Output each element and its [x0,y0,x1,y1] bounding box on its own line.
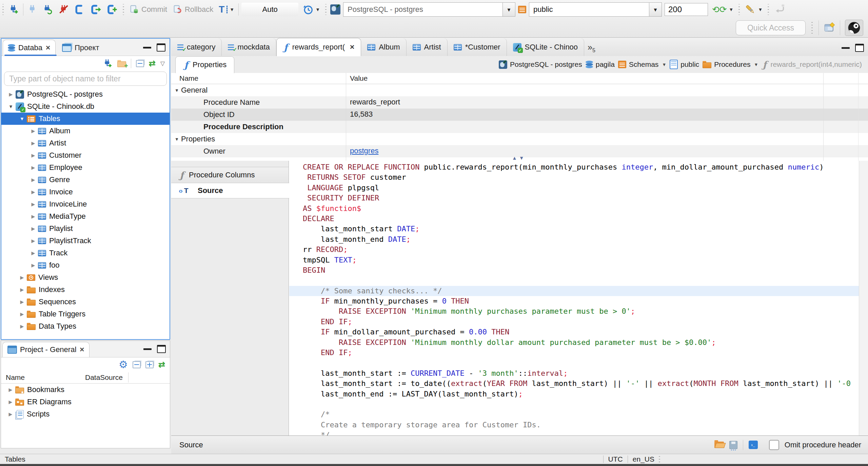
tree-expander-icon[interactable]: ▶ [17,324,27,329]
tree-expander-icon[interactable]: ▶ [28,214,38,219]
expand-all-icon[interactable] [145,361,154,368]
new-connection-icon[interactable] [103,59,113,68]
tab-projects[interactable]: Проект [57,40,104,56]
tree-expander-icon[interactable]: ▶ [28,165,38,170]
property-row-procedure-name[interactable]: Procedure Namerewards_report [171,96,868,109]
tree-item-tables[interactable]: ▼Tables [1,113,170,125]
editor-tab-mockdata[interactable]: mockdata [222,38,276,56]
column-datasource[interactable]: DataSource [85,373,123,382]
tree-item-postgresql-postgres[interactable]: ▶PostgreSQL - postgres [1,88,170,100]
tree-item-genre[interactable]: ▶Genre [1,174,170,186]
schema-selector[interactable]: public ▼ [529,2,662,17]
view-menu-icon[interactable]: ▽ [160,60,165,67]
link-with-editor-icon[interactable]: ⇄ [149,59,156,67]
magic-wand-button[interactable]: ▼ [744,3,764,16]
quick-access-input[interactable] [736,20,806,35]
dbeaver-perspective-button[interactable] [845,20,863,36]
tree-item-album[interactable]: ▶Album [1,125,170,137]
editor-tab-category[interactable]: category [171,38,222,56]
maximize-icon[interactable] [855,44,864,52]
editor-tab-album[interactable]: Album [361,38,406,56]
tree-item-indexes[interactable]: ▶Indexes [1,284,170,296]
auto-commit-mode-button[interactable]: Auto [241,3,298,16]
tab-properties[interactable]: ƒ Properties [175,56,234,73]
open-file-icon[interactable] [714,442,724,448]
new-connection-button[interactable] [7,4,20,15]
tree-expander-icon[interactable]: ▶ [28,226,38,231]
tree-item-views[interactable]: ▶Views [1,271,170,284]
tree-item-artist[interactable]: ▶Artist [1,137,170,149]
fetch-size-input[interactable] [665,3,708,16]
new-sql-editor-button[interactable] [105,3,119,16]
minimize-icon[interactable] [143,47,151,48]
last-edit-location-button[interactable] [773,3,787,16]
transaction-log-button[interactable]: ▼ [301,3,321,16]
tree-item-playlisttrack[interactable]: ▶PlaylistTrack [1,235,170,247]
tree-expander-icon[interactable]: ▶ [6,411,15,417]
tree-item-employee[interactable]: ▶Employee [1,161,170,174]
column-divider[interactable] [823,73,824,161]
splitter-collapse-arrows[interactable]: ▲▼ [512,155,526,161]
tree-expander-icon[interactable]: ▼ [17,116,27,121]
project-item-scripts[interactable]: ▶Scripts [1,408,170,420]
editor-tab-sqlite-chinoo[interactable]: SQLite - Chinoo [507,38,585,56]
tree-expander-icon[interactable]: ▶ [6,399,15,405]
link-with-editor-icon[interactable]: ⇄ [158,361,165,369]
property-value[interactable]: postgres [350,147,378,155]
minimize-icon[interactable] [143,348,152,350]
save-file-icon[interactable] [729,441,737,449]
refresh-button[interactable]: ⟲⟳ ▼ [711,4,735,15]
breadcrumb-item-procedures[interactable]: Procedures▼ [703,60,758,69]
vertical-scrollbar[interactable] [859,161,868,436]
reconnect-button[interactable] [42,4,55,15]
breadcrumb-item-pagila[interactable]: pagila [586,60,615,69]
tree-item-table-triggers[interactable]: ▶Table Triggers [1,308,170,320]
transaction-mode-button[interactable]: T ▼ [217,4,236,15]
disconnect-button[interactable] [57,4,70,15]
tree-expander-icon[interactable]: ▶ [17,287,27,292]
open-sql-script-button[interactable] [89,3,103,16]
tree-expander-icon[interactable]: ▶ [6,92,16,97]
group-expander-icon[interactable]: ▼ [175,88,179,93]
timezone-label[interactable]: UTC [608,455,623,463]
editor-tab-rewards-report[interactable]: ƒrewards_report(✕ [276,38,361,56]
subtab-procedure-columns[interactable]: ƒProcedure Columns [171,167,289,183]
tree-expander-icon[interactable]: ▶ [17,311,27,317]
breadcrumb-item-postgresql-postgres[interactable]: PostgreSQL - postgres [499,60,582,69]
tree-item-sqlite-chinook-db[interactable]: ▼SQLite - Chinook.db [1,100,170,113]
column-value[interactable]: Value [350,74,368,82]
tab-database-navigator[interactable]: Databa ✕ [3,40,56,56]
breadcrumb-item-public[interactable]: public [670,60,699,69]
tree-item-playlist[interactable]: ▶Playlist [1,222,170,235]
property-row-properties[interactable]: ▼Properties [171,133,868,145]
tree-expander-icon[interactable]: ▶ [28,153,38,158]
tree-item-sequences[interactable]: ▶Sequences [1,296,170,308]
sql-editor-button[interactable] [73,3,86,16]
collapse-all-icon[interactable] [133,361,141,368]
tree-expander-icon[interactable]: ▼ [6,104,16,109]
project-item-er-diagrams[interactable]: ▶ER Diagrams [1,396,170,408]
tab-project-general[interactable]: Project - General ✕ [2,342,90,357]
tree-expander-icon[interactable]: ▶ [17,275,27,280]
column-name[interactable]: Name [179,74,198,82]
tree-item-invoiceline[interactable]: ▶InvoiceLine [1,198,170,210]
sql-source-editor[interactable]: CREATE OR REPLACE FUNCTION public.reward… [289,161,868,436]
subtab-source[interactable]: Source [171,183,289,198]
tree-expander-icon[interactable]: ▶ [28,177,38,182]
persist-sql-icon[interactable] [749,441,758,449]
close-tab-icon[interactable]: ✕ [350,43,355,51]
open-perspective-icon[interactable] [824,22,835,33]
connection-selector[interactable]: PostgreSQL - postgres ▼ [343,2,515,17]
tree-item-invoice[interactable]: ▶Invoice [1,186,170,198]
editor-tab-customer[interactable]: *Customer [448,38,507,56]
tree-item-foo[interactable]: ▶foo [1,259,170,271]
collapse-all-icon[interactable] [136,60,144,67]
tree-item-mediatype[interactable]: ▶MediaType [1,210,170,222]
tree-expander-icon[interactable]: ▶ [28,140,38,146]
scrollbar-track[interactable] [858,73,859,161]
maximize-icon[interactable] [157,43,165,52]
new-folder-icon[interactable] [117,61,126,67]
combo-arrow-icon[interactable]: ▼ [502,3,515,16]
tree-expander-icon[interactable]: ▶ [6,387,15,392]
tree-item-data-types[interactable]: ▶Data Types [1,320,170,332]
